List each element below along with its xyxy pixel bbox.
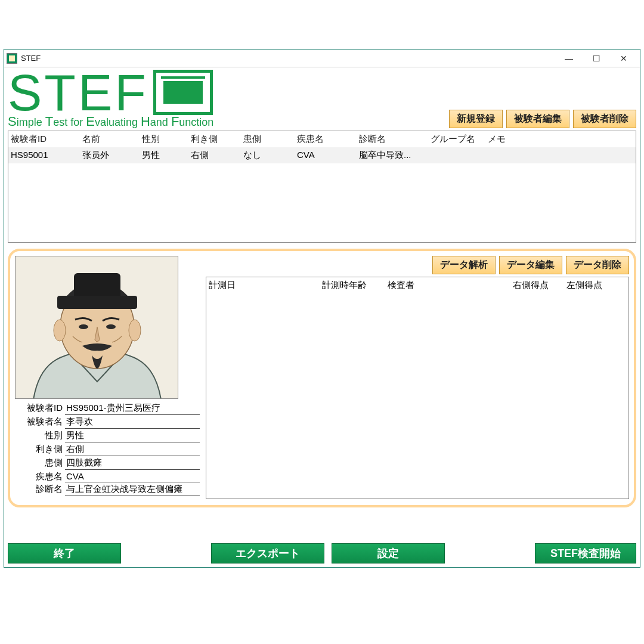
mcol-left: 左側得点 bbox=[564, 277, 618, 293]
subject-table[interactable]: 被験者ID 名前 性別 利き側 患側 疾患名 診断名 グループ名 メモ HS95… bbox=[8, 131, 636, 243]
value-name: 李寻欢 bbox=[65, 416, 200, 429]
value-dominant: 右側 bbox=[65, 444, 200, 456]
cell-diagnosis: 脳卒中导致... bbox=[357, 147, 428, 163]
svg-rect-2 bbox=[74, 273, 120, 299]
label-sex: 性別 bbox=[15, 430, 65, 441]
header-row: STEF Simple Test for Evaluating Hand Fun… bbox=[8, 70, 636, 129]
tagline: Simple Test for Evaluating Hand Function bbox=[8, 114, 445, 129]
label-name: 被験者名 bbox=[15, 416, 65, 428]
label-affected: 患側 bbox=[15, 457, 65, 469]
value-affected: 四肢截瘫 bbox=[65, 457, 200, 470]
data-edit-button[interactable]: データ編集 bbox=[499, 256, 562, 274]
col-diagnosis: 診断名 bbox=[357, 131, 428, 147]
mcol-examiner: 検査者 bbox=[385, 277, 510, 293]
label-dominant: 利き側 bbox=[15, 444, 65, 455]
logo-icon bbox=[153, 70, 213, 115]
cell-group bbox=[428, 147, 485, 163]
svg-point-5 bbox=[106, 324, 116, 329]
app-icon bbox=[7, 53, 17, 64]
mcol-age: 計測時年齢 bbox=[320, 277, 385, 293]
value-sex: 男性 bbox=[65, 430, 200, 442]
measurement-table-header: 計測日 計測時年齢 検査者 右側得点 左側得点 bbox=[206, 277, 628, 293]
svg-point-6 bbox=[54, 320, 66, 341]
measurement-column: データ解析 データ編集 データ削除 計測日 計測時年齢 検査者 右側得点 左側得… bbox=[206, 256, 629, 499]
settings-button[interactable]: 設定 bbox=[332, 543, 445, 564]
label-id: 被験者ID bbox=[15, 402, 65, 414]
value-id: HS95001-贵州三易医疗 bbox=[65, 402, 200, 415]
mcol-date: 計測日 bbox=[206, 277, 320, 293]
table-row[interactable]: HS95001 张员外 男性 右側 なし CVA 脳卒中导致... bbox=[8, 147, 636, 163]
footer-bar: 終了 エクスポート 設定 STEF検査開始 bbox=[8, 543, 636, 564]
col-dominant: 利き側 bbox=[188, 131, 241, 147]
value-diagnosis: 与上官金虹决战导致左侧偏瘫 bbox=[65, 484, 200, 496]
subject-table-header: 被験者ID 名前 性別 利き側 患側 疾患名 診断名 グループ名 メモ bbox=[8, 131, 636, 147]
new-subject-button[interactable]: 新規登録 bbox=[449, 110, 503, 128]
delete-subject-button[interactable]: 被験者削除 bbox=[573, 110, 636, 128]
cell-dominant: 右側 bbox=[188, 147, 241, 163]
edit-subject-button[interactable]: 被験者編集 bbox=[506, 110, 569, 128]
logo: STEF bbox=[8, 70, 445, 115]
minimize-button[interactable]: — bbox=[555, 50, 583, 67]
col-disease: 疾患名 bbox=[295, 131, 357, 147]
window-controls: — ☐ ✕ bbox=[555, 50, 637, 67]
cell-memo bbox=[485, 147, 636, 163]
data-delete-button[interactable]: データ削除 bbox=[566, 256, 629, 274]
cell-id: HS95001 bbox=[8, 147, 80, 163]
col-name: 名前 bbox=[80, 131, 140, 147]
col-memo: メモ bbox=[485, 131, 636, 147]
value-disease: CVA bbox=[65, 471, 200, 482]
mcol-right: 右側得点 bbox=[510, 277, 564, 293]
content: STEF Simple Test for Evaluating Hand Fun… bbox=[4, 67, 640, 511]
svg-point-7 bbox=[129, 320, 141, 341]
profile-column: 被験者IDHS95001-贵州三易医疗 被験者名李寻欢 性別男性 利き側右側 患… bbox=[15, 256, 200, 499]
window-title: STEF bbox=[21, 54, 41, 63]
col-affected: 患側 bbox=[241, 131, 295, 147]
cell-name: 张员外 bbox=[80, 147, 140, 163]
maximize-button[interactable]: ☐ bbox=[583, 50, 610, 67]
col-id: 被験者ID bbox=[8, 131, 80, 147]
data-analyze-button[interactable]: データ解析 bbox=[432, 256, 496, 274]
close-button[interactable]: ✕ bbox=[610, 50, 637, 67]
measurement-table[interactable]: 計測日 計測時年齢 検査者 右側得点 左側得点 bbox=[206, 277, 629, 499]
subject-info: 被験者IDHS95001-贵州三易医疗 被験者名李寻欢 性別男性 利き側右側 患… bbox=[15, 402, 200, 497]
app-window: STEF — ☐ ✕ STEF Simple Test for Evaluati… bbox=[4, 49, 640, 568]
logo-block: STEF Simple Test for Evaluating Hand Fun… bbox=[8, 70, 445, 129]
cell-affected: なし bbox=[241, 147, 295, 163]
subject-portrait bbox=[15, 256, 178, 399]
svg-rect-3 bbox=[57, 296, 137, 309]
start-test-button[interactable]: STEF検査開始 bbox=[535, 543, 636, 564]
cell-disease: CVA bbox=[295, 147, 357, 163]
label-diagnosis: 診断名 bbox=[15, 484, 65, 495]
logo-text: STEF bbox=[8, 72, 148, 113]
col-sex: 性別 bbox=[140, 131, 188, 147]
svg-point-4 bbox=[79, 324, 88, 329]
export-button[interactable]: エクスポート bbox=[211, 543, 324, 564]
exit-button[interactable]: 終了 bbox=[8, 543, 121, 564]
cell-sex: 男性 bbox=[140, 147, 188, 163]
label-disease: 疾患名 bbox=[15, 471, 65, 482]
detail-panel: 被験者IDHS95001-贵州三易医疗 被験者名李寻欢 性別男性 利き側右側 患… bbox=[8, 249, 636, 507]
col-group: グループ名 bbox=[428, 131, 485, 147]
